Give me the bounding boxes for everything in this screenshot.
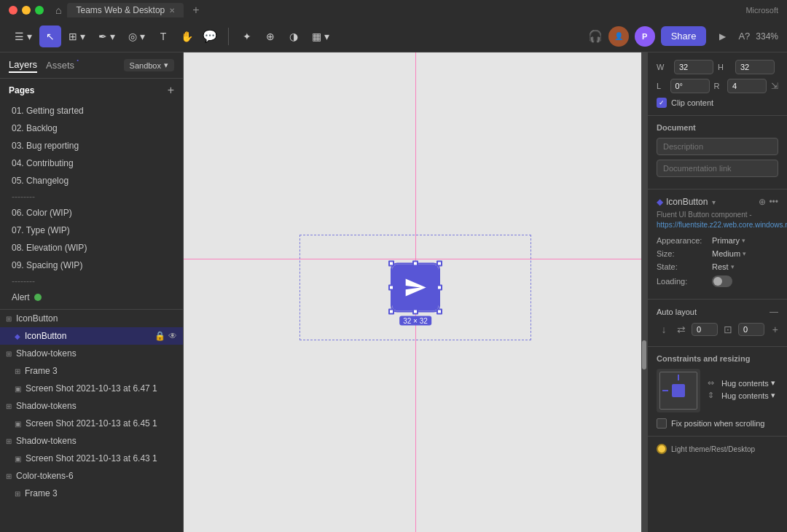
v-constraint-select[interactable]: Hug contents ▾ — [721, 391, 775, 400]
icon-button-element[interactable]: 32 × 32 — [392, 265, 439, 311]
canvas[interactable]: 32 × 32 — [184, 52, 647, 532]
layout-spacing-icon[interactable]: ⊡ — [721, 324, 735, 335]
close-dot[interactable] — [9, 6, 17, 15]
page-item[interactable]: 03. Bug reporting — [0, 137, 183, 154]
maximize-dot[interactable] — [35, 6, 44, 15]
layout-padding-input[interactable] — [738, 323, 764, 336]
page-item[interactable]: 08. Elevation (WIP) — [0, 239, 183, 257]
layer-screenshot2[interactable]: ▣ Screen Shot 2021-10-13 at 6.45 1 — [0, 415, 183, 432]
layer-shadow-tokens-3[interactable]: ⊞ Shadow-tokens — [0, 432, 183, 450]
shape-tool-button[interactable]: ◎ ▾ — [122, 26, 151, 47]
layer-eye-icon[interactable]: 👁 — [168, 331, 177, 341]
page-item[interactable]: 07. Type (WIP) — [0, 222, 183, 239]
user-avatar[interactable]: 👤 — [608, 26, 629, 47]
tab-close-icon[interactable]: ✕ — [169, 7, 175, 15]
add-tab-button[interactable]: + — [192, 4, 199, 17]
handle-top-right[interactable] — [436, 261, 442, 267]
current-tab[interactable]: Teams Web & Desktop ✕ — [67, 3, 184, 17]
share-button[interactable]: Share — [661, 26, 707, 46]
text-tool-button[interactable]: T — [152, 26, 174, 47]
page-item[interactable]: 04. Contributing — [0, 154, 183, 172]
loading-toggle[interactable] — [712, 275, 732, 287]
handle-top-left[interactable] — [388, 261, 394, 267]
component-actions: ⊕ ••• — [759, 197, 778, 207]
layer-frame3-1[interactable]: ⊞ Frame 3 — [0, 362, 183, 380]
h-constraint-select[interactable]: Hug contents ▾ — [721, 378, 775, 388]
frame-tool-button[interactable]: ⊞ ▾ — [63, 26, 91, 47]
add-page-button[interactable]: + — [168, 85, 174, 96]
layout-direction-icon[interactable]: ↓ — [657, 324, 671, 335]
component-chevron-icon[interactable]: ▾ — [712, 198, 716, 206]
layer-shadow-tokens-1[interactable]: ⊞ Shadow-tokens — [0, 345, 183, 362]
handle-bottom-right[interactable] — [436, 309, 442, 315]
fix-scroll-checkbox[interactable] — [657, 418, 667, 429]
alert-label: Alert — [12, 292, 30, 302]
minimize-dot[interactable] — [22, 6, 31, 15]
headphone-icon[interactable]: 🎧 — [588, 29, 603, 43]
layer-iconbutton-group[interactable]: ⊞ IconButton — [0, 310, 183, 327]
page-item[interactable]: 09. Spacing (WIP) — [0, 257, 183, 274]
rotation-input[interactable] — [670, 79, 710, 93]
component-more-icon[interactable]: ••• — [769, 197, 778, 207]
auto-layout-minus[interactable]: — — [770, 307, 778, 317]
page-item[interactable]: 02. Backlog — [0, 120, 183, 137]
size-value[interactable]: Medium ▾ — [712, 249, 746, 258]
page-item[interactable]: 06. Color (WIP) — [0, 204, 183, 222]
description-input[interactable] — [657, 138, 778, 155]
select-tool-button[interactable]: ↖ — [39, 26, 61, 47]
user-initial[interactable]: P — [635, 26, 655, 47]
layer-name: Frame 3 — [25, 488, 177, 498]
present-button[interactable]: ▶ — [712, 26, 732, 47]
layout-wrap-icon[interactable]: ⇄ — [674, 324, 689, 335]
check-icon: ✓ — [659, 99, 665, 106]
layer-frame3-2[interactable]: ⊞ Frame 3 — [0, 485, 183, 502]
state-row: State: Rest ▾ — [657, 262, 778, 271]
page-item[interactable]: 05. Changelog — [0, 172, 183, 189]
move-tool-button[interactable]: ☰ ▾ — [9, 26, 38, 47]
component-link[interactable]: https://fluentsite.z22.web.core.windows.… — [657, 221, 787, 229]
layer-name: Frame 3 — [25, 366, 177, 376]
layers-tab[interactable]: Layers — [9, 58, 37, 73]
home-icon[interactable]: ⌂ — [55, 4, 61, 16]
hand-tool-button[interactable]: ✋ — [176, 26, 197, 47]
layer-color-tokens-6[interactable]: ⊞ Color-tokens-6 — [0, 467, 183, 485]
handle-bottom-mid[interactable] — [412, 309, 418, 315]
contrast-icon-button[interactable]: ◑ — [283, 26, 305, 47]
page-item-alert[interactable]: Alert — [0, 289, 183, 306]
canvas-scrollbar[interactable] — [641, 52, 647, 532]
layer-screenshot1[interactable]: ▣ Screen Shot 2021-10-13 at 6.47 1 — [0, 380, 183, 397]
mask-icon-button[interactable]: ⊕ — [259, 26, 281, 47]
comment-tool-button[interactable]: 💬 — [199, 26, 221, 47]
scrollbar-thumb[interactable] — [642, 340, 646, 369]
appearance-value[interactable]: Primary ▾ — [712, 236, 745, 245]
handle-right-mid[interactable] — [436, 285, 442, 291]
sandbox-button[interactable]: Sandbox ▾ — [124, 59, 174, 71]
layer-action-icons: 🔒 👁 — [154, 331, 177, 341]
width-input[interactable] — [674, 60, 713, 74]
assets-tab[interactable]: Assets — [46, 58, 74, 72]
accessibility-button[interactable]: A? — [738, 31, 750, 42]
image-icon: ▣ — [15, 385, 21, 393]
handle-bottom-left[interactable] — [388, 309, 394, 315]
layer-screenshot3[interactable]: ▣ Screen Shot 2021-10-13 at 6.43 1 — [0, 450, 183, 467]
doc-link-input[interactable] — [657, 160, 778, 177]
state-value[interactable]: Rest ▾ — [712, 262, 735, 271]
auto-layout-add-button[interactable]: + — [772, 324, 778, 335]
zoom-level[interactable]: 334% — [756, 31, 778, 42]
pen-tool-button[interactable]: ✒ ▾ — [93, 26, 121, 47]
handle-top-mid[interactable] — [412, 261, 418, 267]
clip-checkbox[interactable]: ✓ — [657, 98, 667, 108]
layout-gap-input[interactable] — [692, 323, 718, 336]
component-link-icon[interactable]: ⊕ — [759, 197, 766, 207]
corner-input[interactable] — [727, 79, 767, 93]
layer-shadow-tokens-2[interactable]: ⊞ Shadow-tokens — [0, 397, 183, 415]
component-icon-button[interactable]: ✦ — [236, 26, 258, 47]
handle-left-mid[interactable] — [388, 285, 394, 291]
resize-icon[interactable]: ⇲ — [771, 81, 778, 91]
layer-iconbutton-component[interactable]: ◆ IconButton 🔒 👁 — [0, 327, 183, 345]
canvas-element[interactable]: 32 × 32 — [392, 265, 439, 311]
height-input[interactable] — [735, 60, 775, 74]
layer-lock-icon[interactable]: 🔒 — [154, 331, 165, 341]
more-tools-button[interactable]: ▦ ▾ — [306, 26, 335, 47]
page-item[interactable]: 01. Getting started — [0, 102, 183, 120]
